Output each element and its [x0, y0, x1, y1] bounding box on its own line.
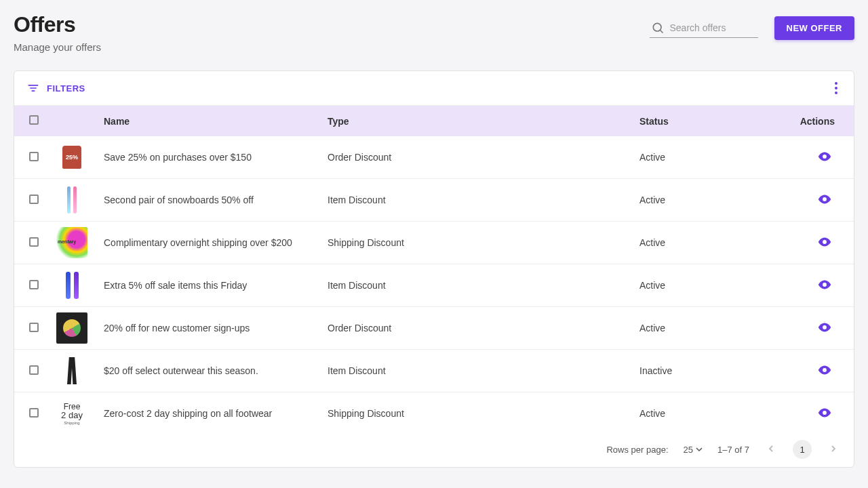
- row-checkbox[interactable]: [29, 237, 39, 247]
- search-input[interactable]: [670, 22, 757, 33]
- pagination-range: 1–7 of 7: [717, 445, 749, 455]
- offer-name: Extra 5% off sale items this Friday: [96, 264, 319, 307]
- offer-type: Shipping Discount: [319, 392, 631, 435]
- svg-point-9: [823, 325, 827, 329]
- offer-name: Second pair of snowboards 50% off: [96, 179, 319, 222]
- row-checkbox[interactable]: [29, 408, 39, 418]
- eye-icon: [817, 363, 832, 378]
- rows-per-page-select[interactable]: 25: [684, 445, 703, 455]
- eye-icon: [817, 235, 832, 249]
- offer-thumbnail: [56, 270, 87, 301]
- offer-name: Zero-cost 2 day shipping on all footwear: [96, 392, 319, 435]
- pagination: Rows per page: 25 1–7 of 7 1: [14, 434, 854, 467]
- offer-type: Item Discount: [319, 350, 631, 392]
- chevron-right-icon: [829, 445, 837, 453]
- offer-type: Order Discount: [319, 136, 631, 179]
- svg-point-6: [823, 197, 827, 201]
- caret-down-icon: [696, 446, 703, 453]
- offers-card: FILTERS Name Type Status Actions 25%Save…: [14, 70, 854, 468]
- page-subtitle: Manage your offers: [14, 41, 101, 53]
- offer-status: Active: [631, 307, 740, 350]
- view-offer-button[interactable]: [814, 274, 835, 297]
- offer-thumbnail: Free2 dayShipping: [56, 398, 87, 429]
- eye-icon: [817, 320, 832, 335]
- svg-point-7: [823, 240, 827, 244]
- offer-name: $20 off select outerwear this season.: [96, 350, 319, 392]
- svg-point-11: [823, 411, 827, 415]
- col-header-type[interactable]: Type: [319, 106, 631, 136]
- offer-thumbnail: mentary: [56, 227, 87, 258]
- table-row[interactable]: Free2 dayShippingZero-cost 2 day shippin…: [14, 392, 854, 435]
- chevron-left-icon: [767, 445, 775, 453]
- offer-type: Order Discount: [319, 307, 631, 350]
- offer-status: Active: [631, 136, 740, 179]
- offer-name: Complimentary overnight shipping over $2…: [96, 222, 319, 264]
- offer-status: Active: [631, 264, 740, 307]
- table-row[interactable]: mentaryComplimentary overnight shipping …: [14, 222, 854, 264]
- table-row[interactable]: 20% off for new customer sign-upsOrder D…: [14, 307, 854, 350]
- view-offer-button[interactable]: [814, 232, 835, 254]
- row-checkbox[interactable]: [29, 323, 39, 332]
- offer-thumbnail: [56, 312, 87, 344]
- row-checkbox[interactable]: [29, 365, 39, 375]
- page-title: Offers: [14, 12, 101, 37]
- svg-point-5: [823, 155, 827, 159]
- offer-type: Shipping Discount: [319, 222, 631, 264]
- svg-point-10: [823, 368, 827, 372]
- offer-status: Active: [631, 392, 740, 435]
- table-row[interactable]: 25%Save 25% on purchases over $150Order …: [14, 136, 854, 179]
- view-offer-button[interactable]: [814, 189, 835, 211]
- card-toolbar: FILTERS: [14, 71, 854, 106]
- offer-type: Item Discount: [319, 179, 631, 222]
- eye-icon: [817, 192, 832, 207]
- svg-line-1: [660, 30, 663, 33]
- offer-name: 20% off for new customer sign-ups: [96, 307, 319, 350]
- offer-thumbnail: [56, 184, 87, 216]
- view-offer-button[interactable]: [814, 146, 835, 169]
- filters-label: FILTERS: [47, 83, 85, 94]
- svg-point-8: [823, 283, 827, 287]
- filters-button[interactable]: FILTERS: [26, 81, 85, 95]
- table-row[interactable]: Extra 5% off sale items this FridayItem …: [14, 264, 854, 307]
- table-header-row: Name Type Status Actions: [14, 106, 854, 136]
- offer-status: Inactive: [631, 350, 740, 392]
- filter-icon: [26, 81, 40, 95]
- new-offer-button[interactable]: NEW OFFER: [774, 16, 855, 40]
- row-checkbox[interactable]: [29, 152, 39, 161]
- eye-icon: [817, 149, 832, 164]
- table-row[interactable]: $20 off select outerwear this season.Ite…: [14, 350, 854, 392]
- rows-per-page-label: Rows per page:: [606, 445, 668, 455]
- eye-icon: [817, 405, 832, 420]
- offer-thumbnail: [56, 355, 87, 386]
- offer-status: Active: [631, 222, 740, 264]
- more-menu-button[interactable]: [831, 78, 842, 98]
- view-offer-button[interactable]: [814, 403, 835, 425]
- view-offer-button[interactable]: [814, 360, 835, 382]
- search-field[interactable]: [650, 18, 758, 38]
- offer-name: Save 25% on purchases over $150: [96, 136, 319, 179]
- next-page-button[interactable]: [827, 442, 840, 458]
- row-checkbox[interactable]: [29, 280, 39, 289]
- eye-icon: [817, 277, 832, 292]
- select-all-checkbox[interactable]: [29, 115, 39, 125]
- view-offer-button[interactable]: [814, 317, 835, 340]
- col-header-status[interactable]: Status: [631, 106, 740, 136]
- offer-type: Item Discount: [319, 264, 631, 307]
- current-page[interactable]: 1: [793, 440, 812, 459]
- offers-table: Name Type Status Actions 25%Save 25% on …: [14, 106, 854, 434]
- col-header-actions: Actions: [740, 106, 854, 136]
- row-checkbox[interactable]: [29, 195, 39, 204]
- page-header: Offers Manage your offers NEW OFFER: [14, 12, 854, 53]
- svg-point-0: [653, 23, 661, 31]
- table-row[interactable]: Second pair of snowboards 50% offItem Di…: [14, 179, 854, 222]
- search-icon: [651, 21, 665, 35]
- kebab-icon: [835, 82, 837, 94]
- prev-page-button[interactable]: [764, 442, 778, 458]
- offer-thumbnail: 25%: [56, 142, 87, 173]
- col-header-name[interactable]: Name: [96, 106, 319, 136]
- offer-status: Active: [631, 179, 740, 222]
